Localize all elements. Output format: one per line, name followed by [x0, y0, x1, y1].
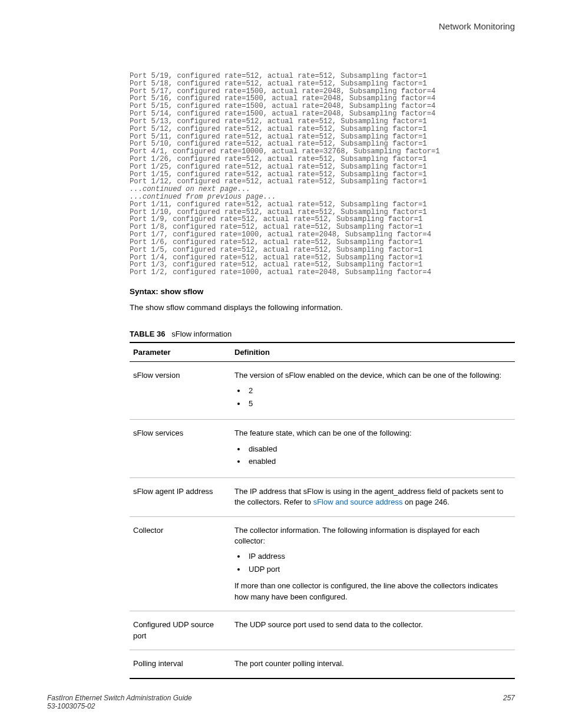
table-header-row: Parameter Definition	[130, 342, 515, 362]
param-cell: sFlow agent IP address	[130, 477, 231, 516]
footer-title: FastIron Ethernet Switch Administration …	[47, 694, 515, 702]
table-row: sFlow services The feature state, which …	[130, 420, 515, 477]
list-item: enabled	[246, 456, 511, 467]
col-definition: Definition	[231, 342, 515, 362]
syntax-line: Syntax: show sflow	[130, 287, 515, 296]
table-row: Polling interval The port counter pollin…	[130, 650, 515, 678]
table-title: sFlow information	[171, 330, 232, 338]
list-item: 5	[246, 398, 511, 409]
table-caption: TABLE 36 sFlow information	[130, 330, 515, 338]
code-block-2: Port 1/11, configured rate=512, actual r…	[130, 200, 431, 276]
param-cell: Polling interval	[130, 650, 231, 678]
bullet-list: IP address UDP port	[234, 551, 511, 575]
def-text: The collector information. The following…	[234, 526, 480, 545]
list-item: UDP port	[246, 564, 511, 575]
running-header: Network Monitoring	[35, 21, 527, 31]
code-output: Port 5/19, configured rate=512, actual r…	[130, 73, 527, 276]
def-text-post: on page 246.	[402, 498, 449, 506]
list-item: IP address	[246, 551, 511, 562]
param-cell: sFlow services	[130, 420, 231, 477]
col-parameter: Parameter	[130, 342, 231, 362]
code-block-1: Port 5/19, configured rate=512, actual r…	[130, 72, 440, 186]
page-number: 257	[503, 694, 515, 702]
cross-reference-link[interactable]: sFlow and source address	[313, 498, 403, 506]
main-content: Syntax: show sflow The show sflow comman…	[130, 287, 515, 679]
param-cell: Configured UDP source port	[130, 611, 231, 650]
def-cell: The feature state, which can be one of t…	[231, 420, 515, 477]
def-cell: The port counter polling interval.	[231, 650, 515, 678]
bullet-list: 2 5	[234, 386, 511, 409]
intro-text: The show sflow command displays the foll…	[130, 303, 515, 312]
table-row: Collector The collector information. The…	[130, 516, 515, 611]
page-footer: 257 FastIron Ethernet Switch Administrat…	[47, 694, 515, 710]
list-item: disabled	[246, 444, 511, 454]
table-row: Configured UDP source port The UDP sourc…	[130, 611, 515, 650]
bullet-list: disabled enabled	[234, 444, 511, 467]
document-page: Network Monitoring Port 5/19, configured…	[0, 0, 562, 728]
table-row: sFlow version The version of sFlow enabl…	[130, 361, 515, 419]
def-after-note: If more than one collector is configured…	[234, 581, 511, 602]
param-cell: sFlow version	[130, 361, 231, 419]
def-cell: The version of sFlow enabled on the devi…	[231, 361, 515, 419]
param-cell: Collector	[130, 516, 231, 611]
def-cell: The UDP source port used to send data to…	[231, 611, 515, 650]
table-row: sFlow agent IP address The IP address th…	[130, 477, 515, 516]
list-item: 2	[246, 386, 511, 396]
table-label: TABLE 36	[130, 330, 165, 338]
def-cell: The collector information. The following…	[231, 516, 515, 611]
footer-docnum: 53-1003075-02	[47, 702, 515, 710]
def-cell: The IP address that sFlow is using in th…	[231, 477, 515, 516]
def-text: The version of sFlow enabled on the devi…	[234, 371, 501, 380]
sflow-table: Parameter Definition sFlow version The v…	[130, 342, 515, 679]
def-text: The feature state, which can be one of t…	[234, 429, 412, 437]
